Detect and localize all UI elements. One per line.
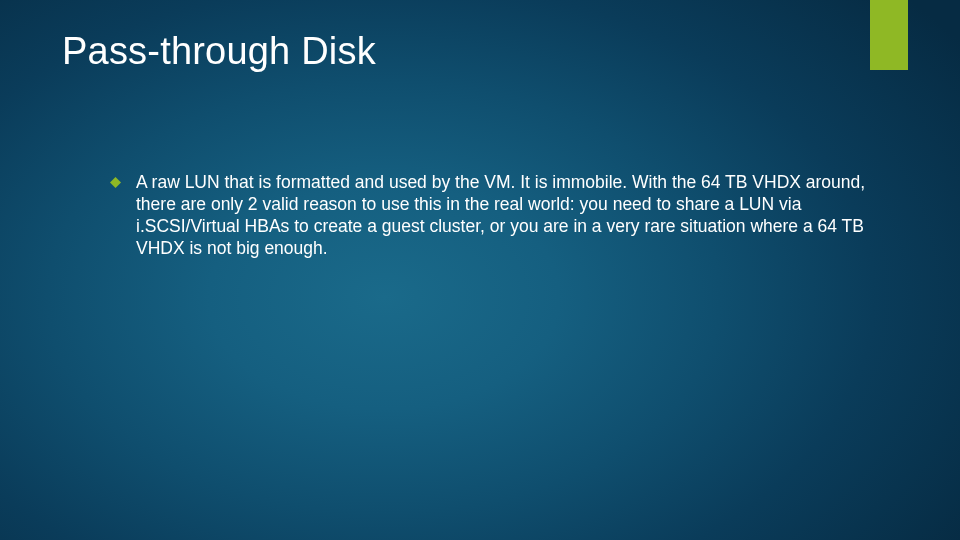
bullet-text: A raw LUN that is formatted and used by … — [136, 172, 865, 258]
bullet-item: A raw LUN that is formatted and used by … — [110, 172, 870, 260]
accent-bar — [870, 0, 908, 70]
svg-marker-0 — [110, 177, 121, 188]
slide-content: A raw LUN that is formatted and used by … — [110, 172, 870, 260]
slide-title: Pass-through Disk — [62, 30, 376, 73]
slide: Pass-through Disk A raw LUN that is form… — [0, 0, 960, 540]
